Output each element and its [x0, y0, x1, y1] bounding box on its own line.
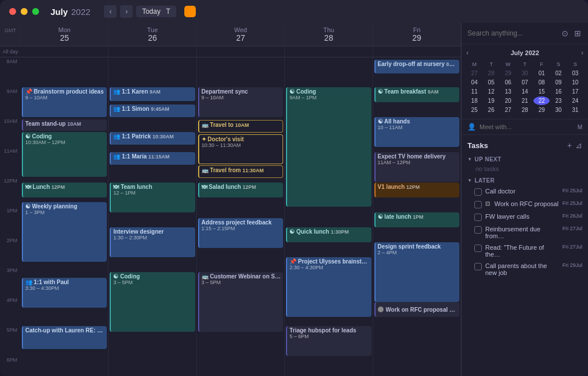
- event-travel-to[interactable]: 🚌 Travel to 10AM: [198, 120, 283, 133]
- mini-cal-date[interactable]: 02: [550, 69, 566, 77]
- event-tv-delivery[interactable]: Expect TV home delivery 11AM – 12PM: [374, 152, 459, 182]
- event-quick-lunch[interactable]: ☯ Quick lunch 1:30PM: [286, 227, 371, 242]
- mini-cal-date[interactable]: 21: [517, 96, 533, 105]
- day-column-fri[interactable]: Early drop-off at nursery 8AM ☯ Team bre…: [373, 57, 461, 376]
- mini-cal-date[interactable]: 18: [466, 96, 482, 105]
- mini-cal-date[interactable]: 07: [517, 78, 533, 87]
- mini-cal-date[interactable]: 29: [500, 69, 516, 77]
- mini-cal-date[interactable]: 05: [483, 78, 499, 87]
- event-triage-hubspot[interactable]: Triage hubspot for leads 5 – 6PM: [286, 326, 371, 356]
- task-group-later-header[interactable]: ▼ LATER: [462, 176, 588, 185]
- event-coding-tue[interactable]: ☯ Coding 3 – 5PM: [110, 272, 195, 332]
- event-address-feedback[interactable]: Address project feedback 1:15 – 2:15PM: [198, 218, 283, 248]
- event-weekly-planning[interactable]: ☯ Weekly planning 1 – 3PM: [22, 202, 107, 262]
- mini-cal-date[interactable]: 29: [533, 106, 550, 114]
- event-doctors-visit[interactable]: ✦ Doctor's visit 10:30 – 11:30AM: [198, 134, 283, 164]
- maximize-icon[interactable]: [32, 8, 39, 15]
- task-checkbox[interactable]: [474, 188, 482, 196]
- mini-cal-date[interactable]: 06: [500, 78, 516, 87]
- mini-cal-next[interactable]: ›: [581, 49, 583, 57]
- event-work-rfc[interactable]: Work on RFC proposal 4PM: [374, 302, 459, 317]
- next-button[interactable]: ›: [120, 5, 133, 18]
- task-checkbox[interactable]: [474, 245, 482, 252]
- event-design-sprint[interactable]: Design sprint feedback 2 – 4PM: [374, 242, 459, 302]
- mini-cal-date[interactable]: 03: [567, 69, 583, 77]
- mini-cal-date[interactable]: 08: [533, 78, 550, 87]
- mini-cal-prev[interactable]: ‹: [466, 49, 469, 57]
- meet-with-input[interactable]: [479, 123, 574, 130]
- mini-cal-date[interactable]: 28: [483, 69, 499, 77]
- task-item-call-doctor[interactable]: Call doctor Fri 25Jul: [462, 185, 588, 198]
- event-coding-thu[interactable]: ☯ Coding 9AM – 1PM: [286, 87, 371, 207]
- task-checkbox[interactable]: [474, 214, 482, 221]
- event-standup[interactable]: Team stand-up 10AM: [22, 119, 107, 131]
- task-item-rfc[interactable]: ⊡ Work on RFC proposal Fri 25Jul: [462, 198, 588, 211]
- mini-cal-date[interactable]: 27: [466, 69, 482, 77]
- mini-cal-date[interactable]: 16: [550, 87, 566, 96]
- event-travel-from[interactable]: 🚌 Travel from 11:30AM: [198, 165, 283, 178]
- filter-tasks-button[interactable]: ⊿: [575, 141, 582, 150]
- event-coding-mon[interactable]: ☯ Coding 10:30AM – 12PM: [22, 132, 107, 177]
- grid-icon[interactable]: ⊞: [573, 28, 582, 39]
- event-1on1-paul[interactable]: 👥 1:1 with Paul 3:30 – 4:30PM: [22, 278, 107, 308]
- task-item-reinbursement[interactable]: Reinbursement due from… Fri 27Jul: [462, 223, 588, 242]
- event-lunch-mon[interactable]: 🍽 Lunch 12PM: [22, 183, 107, 197]
- event-dept-sync[interactable]: Department sync 9 – 10AM: [198, 87, 283, 117]
- mini-cal-date[interactable]: 27: [500, 106, 516, 114]
- day-column-wed[interactable]: Department sync 9 – 10AM 🚌 Travel to 10A…: [197, 57, 285, 376]
- mini-cal-date[interactable]: 23: [550, 96, 566, 105]
- task-group-upnext-header[interactable]: ▼ UP NEXT: [462, 154, 588, 164]
- day-column-thu[interactable]: ☯ Coding 9AM – 1PM ☯ Quick lunch 1:30PM …: [285, 57, 373, 376]
- event-1on1-maria[interactable]: 👥 1:1 Maria 11:15AM: [110, 152, 195, 165]
- mini-cal-date[interactable]: 28: [517, 106, 533, 114]
- task-checkbox[interactable]: [474, 201, 482, 208]
- mini-cal-today[interactable]: 22: [533, 96, 550, 105]
- task-item-fw-lawyer[interactable]: FW lawyer calls Fri 26Jul: [462, 211, 588, 223]
- mini-cal-date[interactable]: 19: [483, 96, 499, 105]
- day-column-tue[interactable]: 👥 1:1 Karen 9AM 👥 1:1 Simon 9:45AM 👥 1:1…: [109, 57, 196, 376]
- event-v1-launch[interactable]: V1 launch 12PM: [374, 183, 459, 197]
- mini-cal-date[interactable]: 17: [567, 87, 583, 96]
- task-item-read-future[interactable]: Read: "The Future of the… Fri 27Jul: [462, 242, 588, 260]
- mini-cal-date[interactable]: 10: [567, 78, 583, 87]
- task-item-call-parents[interactable]: Call parents about the new job Fri 29Jul: [462, 260, 588, 278]
- task-checkbox[interactable]: [474, 226, 482, 234]
- day-column-mon[interactable]: 📌 Brainstorm product ideas 9 – 10AM Team…: [21, 57, 109, 376]
- minimize-icon[interactable]: [21, 8, 28, 15]
- mini-cal-date[interactable]: 12: [483, 87, 499, 96]
- close-icon[interactable]: [9, 8, 16, 15]
- mini-cal-date[interactable]: 14: [517, 87, 533, 96]
- event-team-lunch[interactable]: 🍽 Team lunch 12 – 1PM: [110, 183, 195, 212]
- event-early-dropoff[interactable]: Early drop-off at nursery 8AM: [374, 60, 459, 73]
- event-1on1-patrick[interactable]: 👥 1:1 Patrick 10:30AM: [110, 132, 195, 145]
- event-customer-webinar[interactable]: 🚌 Customer Webinar on Security & Privacy…: [198, 272, 283, 332]
- fingerprint-icon[interactable]: ⊙: [560, 28, 570, 39]
- mini-cal-date[interactable]: 20: [500, 96, 516, 105]
- event-1on1-simon[interactable]: 👥 1:1 Simon 9:45AM: [110, 104, 195, 117]
- event-team-breakfast[interactable]: ☯ Team breakfast 9AM: [374, 87, 459, 102]
- search-input[interactable]: [467, 29, 557, 37]
- task-checkbox[interactable]: [474, 263, 482, 270]
- today-button[interactable]: Today T: [136, 6, 176, 17]
- event-project-ulysses[interactable]: 📌 Project Ulysses brainstorm 2:30 – 4:30…: [286, 257, 371, 317]
- mini-cal-date[interactable]: 15: [533, 87, 550, 96]
- mini-cal-date[interactable]: 30: [517, 69, 533, 77]
- mini-cal-date[interactable]: 11: [466, 87, 482, 96]
- mini-cal-date[interactable]: 25: [466, 106, 482, 114]
- mini-cal-date[interactable]: 13: [500, 87, 516, 96]
- mini-cal-date[interactable]: 26: [483, 106, 499, 114]
- mini-cal-date[interactable]: 04: [466, 78, 482, 87]
- mini-cal-date[interactable]: 09: [550, 78, 566, 87]
- mini-cal-date[interactable]: 30: [550, 106, 566, 114]
- event-late-lunch[interactable]: ☯ late lunch 1PM: [374, 212, 459, 227]
- event-1on1-karen[interactable]: 👥 1:1 Karen 9AM: [110, 87, 195, 101]
- mini-cal-date[interactable]: 24: [567, 96, 583, 105]
- add-task-button[interactable]: +: [567, 141, 572, 150]
- event-brainstorm[interactable]: 📌 Brainstorm product ideas 9 – 10AM: [22, 87, 107, 117]
- event-catchup-lauren[interactable]: Catch-up with Lauren RE: proje: [22, 326, 107, 349]
- event-all-hands[interactable]: ☯ All hands 10 – 11AM: [374, 117, 459, 147]
- mini-cal-date[interactable]: 01: [533, 69, 550, 77]
- event-salad-lunch[interactable]: 🍽 Salad lunch 12PM: [198, 183, 283, 197]
- mini-cal-date[interactable]: 31: [567, 106, 583, 114]
- prev-button[interactable]: ‹: [104, 5, 117, 18]
